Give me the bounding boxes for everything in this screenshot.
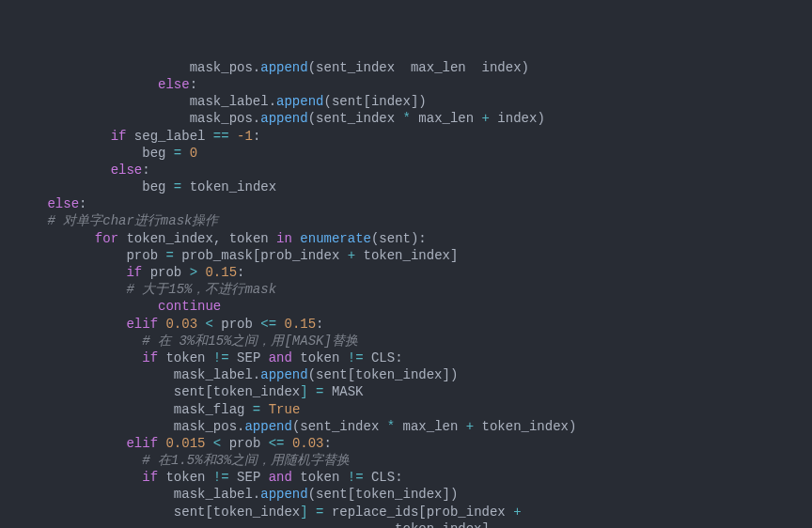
code-token: MASK	[332, 384, 364, 399]
code-line[interactable]: if prob > 0.15:	[0, 264, 812, 281]
code-token: enumerate	[300, 231, 371, 246]
code-token: ] =	[300, 505, 332, 520]
code-token: CLS	[371, 350, 395, 365]
code-token: +	[474, 111, 497, 126]
code-line[interactable]: mask_pos.append(sent_index * max_len + t…	[0, 418, 812, 435]
code-token: =	[165, 179, 189, 194]
code-token: if	[142, 470, 158, 485]
code-token: elif	[126, 436, 158, 451]
code-line[interactable]: mask_label.append(sent[token_index])	[0, 366, 812, 383]
code-token: [	[205, 505, 212, 520]
code-line[interactable]: else:	[0, 195, 812, 212]
code-line[interactable]: if token != SEP and token != CLS:	[0, 469, 812, 486]
code-token: [	[418, 505, 426, 520]
code-line[interactable]: for token_index, token in enumerate(sent…	[0, 230, 812, 247]
code-token: :	[324, 436, 332, 451]
code-token: prob_mask	[181, 248, 253, 263]
code-token	[466, 60, 482, 75]
code-token: :	[190, 77, 197, 92]
code-token	[260, 470, 268, 485]
code-token: <	[205, 436, 228, 451]
code-token: =	[158, 248, 181, 263]
code-token: sent	[174, 505, 206, 520]
code-token: SEP	[237, 350, 260, 365]
code-token: sent	[174, 384, 206, 399]
code-token: 0.15	[205, 265, 237, 280]
code-line[interactable]: # 对单字char进行mask操作	[0, 212, 812, 229]
code-token: [	[364, 94, 371, 109]
code-token: prob_index	[427, 505, 506, 520]
code-line[interactable]: elif 0.015 < prob <= 0.03:	[0, 435, 812, 452]
code-line[interactable]: else:	[0, 162, 812, 179]
code-line[interactable]: mask_label.append(sent[token_index])	[0, 486, 812, 503]
code-line[interactable]: # 大于15%，不进行mask	[0, 281, 812, 298]
code-token: index	[497, 111, 537, 126]
code-line[interactable]: if seg_label == -1:	[0, 128, 812, 145]
code-token: prob	[150, 265, 182, 280]
code-line[interactable]: else:	[0, 76, 812, 93]
code-line[interactable]: # 在1.5%和3%之间，用随机字替换	[0, 452, 812, 469]
code-token: ):	[411, 231, 427, 246]
code-token: sent	[316, 487, 348, 502]
code-token: :	[316, 317, 323, 332]
code-token: token_index	[395, 521, 481, 528]
code-token: token_index	[213, 384, 300, 399]
code-line[interactable]: sent[token_index] = replace_ids[prob_ind…	[0, 504, 812, 520]
code-token: and	[269, 470, 292, 485]
code-token	[395, 60, 411, 75]
code-token: !=	[339, 470, 371, 485]
code-token: mask_label	[174, 367, 253, 382]
code-line[interactable]: sent[token_index] = MASK	[0, 383, 812, 400]
code-token: :	[395, 470, 402, 485]
code-token: )	[569, 419, 576, 434]
code-token	[260, 350, 268, 365]
code-token: ] =	[300, 384, 332, 399]
code-line[interactable]: mask_pos.append(sent_index max_len index…	[0, 59, 812, 76]
code-line[interactable]: beg = token_index	[0, 179, 812, 195]
code-token: append	[244, 419, 291, 434]
code-line[interactable]: continue	[0, 298, 812, 315]
code-token: ])	[443, 487, 459, 502]
code-line[interactable]: mask_pos.append(sent_index * max_len + i…	[0, 110, 812, 127]
code-token: .	[269, 94, 276, 109]
code-token: in	[276, 231, 292, 246]
code-token: <=	[253, 317, 285, 332]
code-line[interactable]: if token != SEP and token != CLS:	[0, 349, 812, 366]
code-token: elif	[126, 317, 158, 332]
code-token: else	[158, 77, 190, 92]
code-line[interactable]: token_index]	[0, 520, 812, 528]
code-token: =	[165, 146, 189, 161]
code-token: sent	[379, 231, 411, 246]
code-token: token	[165, 470, 205, 485]
code-token: (	[308, 111, 316, 126]
code-token: token_index	[364, 248, 450, 263]
code-token: token	[300, 470, 339, 485]
code-token: token_index	[355, 367, 442, 382]
code-token: if	[111, 129, 127, 144]
code-line[interactable]: mask_label.append(sent[index])	[0, 93, 812, 110]
code-token: 0.03	[292, 436, 324, 451]
code-line[interactable]: prob = prob_mask[prob_index + token_inde…	[0, 247, 812, 264]
code-token: token	[229, 231, 269, 246]
code-token: prob	[221, 317, 253, 332]
code-token: ]	[450, 248, 458, 263]
code-line[interactable]: elif 0.03 < prob <= 0.15:	[0, 316, 812, 333]
code-line[interactable]: mask_flag = True	[0, 401, 812, 418]
code-token: index	[371, 94, 411, 109]
code-token: sent_index	[316, 60, 395, 75]
code-line[interactable]: # 在 3%和15%之间，用[MASK]替换	[0, 333, 812, 349]
code-token: <=	[260, 436, 292, 451]
code-token: ])	[411, 94, 427, 109]
code-token: if	[126, 265, 142, 280]
code-token: seg_label	[134, 129, 206, 144]
code-line[interactable]: beg = 0	[0, 145, 812, 162]
code-token: append	[260, 487, 307, 502]
code-token: ,	[213, 231, 229, 246]
code-editor-viewport[interactable]: mask_pos.append(sent_index max_len index…	[0, 59, 812, 528]
code-token: :	[253, 129, 260, 144]
code-token: prob	[229, 436, 261, 451]
code-token: append	[276, 94, 323, 109]
code-token: mask_label	[190, 94, 269, 109]
code-token: <	[197, 317, 221, 332]
code-token	[126, 129, 133, 144]
